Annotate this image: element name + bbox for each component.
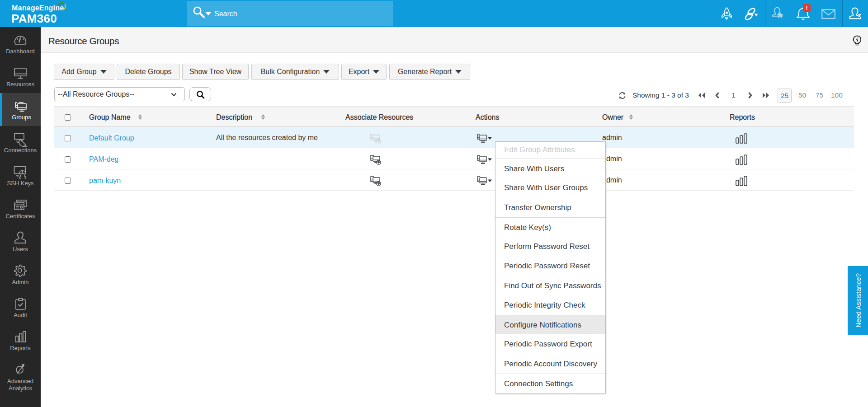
svg-text:!: ! [806, 5, 807, 11]
